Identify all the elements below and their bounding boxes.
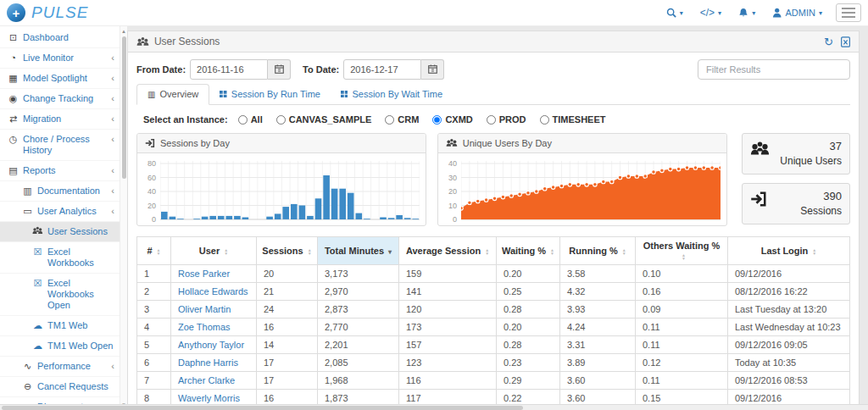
column-header-total-minutes[interactable]: Total Minutes▾ (318, 237, 399, 265)
sidebar-item-excel-workbooks-open[interactable]: ☒ Excel Workbooks Open (0, 274, 120, 316)
table-row: 6 Daphne Harris 17 2,085 123 0.23 3.89 0… (137, 354, 850, 372)
user-link[interactable]: Daphne Harris (178, 357, 238, 368)
cell-user: Rose Parker (171, 265, 257, 283)
scroll-up-arrow-icon[interactable]: ▲ (120, 29, 127, 34)
chart-body: 020406080 (137, 153, 426, 225)
notifications-menu[interactable]: ▾ (738, 8, 755, 18)
stat-unique-users: 37 Unique Users (742, 133, 850, 175)
instance-radio-timesheet[interactable]: TIMESHEET (540, 114, 606, 125)
cell-user: Oliver Martin (171, 301, 257, 319)
sidebar-item-tm1-web[interactable]: ☁ TM1 Web (0, 316, 120, 336)
sort-icon: ▲▼ (622, 248, 626, 255)
sidebar-item-user-sessions[interactable]: User Sessions (0, 222, 120, 242)
date-filters: From Date: To Date: (136, 59, 850, 80)
tab-overview[interactable]: ▥ Overview (136, 84, 209, 105)
cell-waiting-pct: 0.20 (497, 265, 560, 283)
column-header-running[interactable]: Running %▲▼ (560, 237, 636, 265)
chart-panel-unique-users-by-day: Unique Users By Day 010203040 (437, 133, 727, 226)
excel-icon: ☒ (31, 278, 44, 289)
sidebar-item-tm1-web-open[interactable]: ☁ TM1 Web Open (0, 336, 120, 357)
refresh-button[interactable]: ↻ (824, 36, 833, 47)
sidebar-item-documentation[interactable]: ▥ Documentation‹ (0, 181, 120, 202)
user-link[interactable]: Oliver Martin (178, 304, 231, 314)
horizontal-scrollbar-thumb[interactable] (2, 406, 523, 410)
table-row: 1 Rose Parker 20 3,173 159 0.20 3.58 0.1… (137, 265, 850, 283)
admin-menu[interactable]: ADMIN▾ (772, 8, 822, 18)
cell-last-login: Last Tuesday at 13:20 (728, 301, 850, 319)
search-menu[interactable]: ▾ (666, 8, 683, 18)
chevron-down-icon: ▾ (680, 9, 683, 17)
app-window: + PULSE ▾ </>▾ ▾ ADMIN▾ ⊡ Dashboard ◔ Li… (0, 0, 868, 410)
y-axis: 010203040 (438, 159, 461, 220)
from-date-calendar-button[interactable] (268, 59, 291, 80)
to-date-input[interactable] (343, 59, 421, 80)
instance-radio-all[interactable]: All (238, 114, 263, 125)
tab-session-by-run-time[interactable]: Session By Run Time (209, 84, 331, 105)
cell-last-login: 09/12/2016 09:05 (728, 336, 850, 354)
code-menu[interactable]: </>▾ (700, 7, 721, 19)
radio-input[interactable] (276, 115, 286, 125)
cell-others-waiting-pct: 0.11 (636, 372, 728, 390)
user-link[interactable]: Hollace Edwards (178, 286, 248, 296)
sidebar-item-user-analytics[interactable]: ▭ User Analytics‹ (0, 202, 120, 222)
tab-label: Overview (159, 89, 198, 99)
sidebar-scrollbar-thumb[interactable] (122, 36, 126, 179)
radio-input[interactable] (540, 115, 549, 125)
column-header-waiting[interactable]: Waiting %▲▼ (497, 237, 560, 265)
tab-session-by-wait-time[interactable]: Session By Wait Time (331, 84, 453, 105)
excel-icon: ☒ (31, 247, 44, 258)
sidebar-item-chore-process-history[interactable]: ◷ Chore / Process History‹ (0, 130, 120, 161)
radio-input[interactable] (432, 115, 442, 125)
sort-icon: ▲▼ (157, 248, 161, 255)
user-link[interactable]: Zoe Thomas (178, 322, 231, 332)
chart-title: Sessions by Day (160, 138, 230, 148)
column-header-num[interactable]: #▲▼ (137, 237, 171, 265)
instance-radio-prod[interactable]: PROD (487, 114, 526, 125)
instance-radio-crm[interactable]: CRM (385, 114, 419, 125)
cell-index: 4 (137, 319, 171, 336)
user-link[interactable]: Waverly Morris (178, 393, 240, 403)
column-label: Waiting % (502, 246, 546, 256)
stat-value: 37 (780, 140, 842, 152)
cell-sessions: 14 (257, 336, 318, 354)
from-date-input[interactable] (190, 59, 268, 80)
column-header-average-session[interactable]: Average Session▲▼ (399, 237, 497, 265)
cell-average-session: 157 (399, 336, 497, 354)
cell-last-login: Last Wednesday at 10:23 (728, 319, 850, 336)
cell-others-waiting-pct: 0.16 (636, 283, 728, 301)
column-header-user[interactable]: User▲▼ (171, 237, 257, 265)
menu-toggle-button[interactable] (836, 3, 861, 22)
column-header-sessions[interactable]: Sessions▲▼ (257, 237, 318, 265)
sidebar-item-cancel-requests[interactable]: ⊖ Cancel Requests (0, 377, 120, 397)
sidebar-item-label: Dashboard (23, 32, 118, 43)
sidebar-item-dashboard[interactable]: ⊡ Dashboard (0, 28, 120, 48)
cell-others-waiting-pct: 0.10 (636, 265, 728, 283)
instance-radio-canvas-sample[interactable]: CANVAS_SAMPLE (276, 114, 372, 125)
sidebar-item-migration[interactable]: ⇄ Migration‹ (0, 109, 120, 130)
user-link[interactable]: Archer Clarke (178, 375, 235, 385)
model-spotlight-icon: ▦ (7, 73, 19, 84)
radio-input[interactable] (238, 115, 248, 125)
column-header-others-waiting[interactable]: Others Waiting %▲▼ (636, 237, 728, 265)
instance-radio-cxmd[interactable]: CXMD (432, 114, 472, 125)
sidebar-item-performance[interactable]: ∿ Performance‹ (0, 357, 120, 377)
filter-results-input[interactable] (698, 59, 850, 80)
user-link[interactable]: Anythony Taylor (178, 340, 244, 350)
export-excel-button[interactable] (841, 36, 850, 47)
sidebar-item-label: TM1 Web (47, 320, 118, 331)
sidebar-item-reports[interactable]: ▤ Reports‹ (0, 161, 120, 181)
cloud-icon: ☁ (31, 341, 44, 352)
to-date-calendar-button[interactable] (421, 59, 444, 80)
sidebar-item-change-tracking[interactable]: ◉ Change Tracking‹ (0, 89, 120, 109)
user-link[interactable]: Rose Parker (178, 269, 230, 279)
sidebar-item-live-monitor[interactable]: ◔ Live Monitor‹ (0, 48, 120, 69)
cell-total-minutes: 2,873 (318, 301, 399, 319)
cloud-icon: ☁ (31, 320, 44, 331)
sidebar-item-excel-workbooks[interactable]: ☒ Excel Workbooks (0, 242, 120, 274)
column-header-last-login[interactable]: Last Login▲▼ (728, 237, 850, 265)
radio-input[interactable] (487, 115, 496, 125)
brand-logo[interactable]: + PULSE (7, 3, 88, 22)
sidebar-item-model-spotlight[interactable]: ▦ Model Spotlight‹ (0, 69, 120, 89)
radio-input[interactable] (385, 115, 394, 125)
navbar-menu: ▾ </>▾ ▾ ADMIN▾ (666, 7, 822, 19)
